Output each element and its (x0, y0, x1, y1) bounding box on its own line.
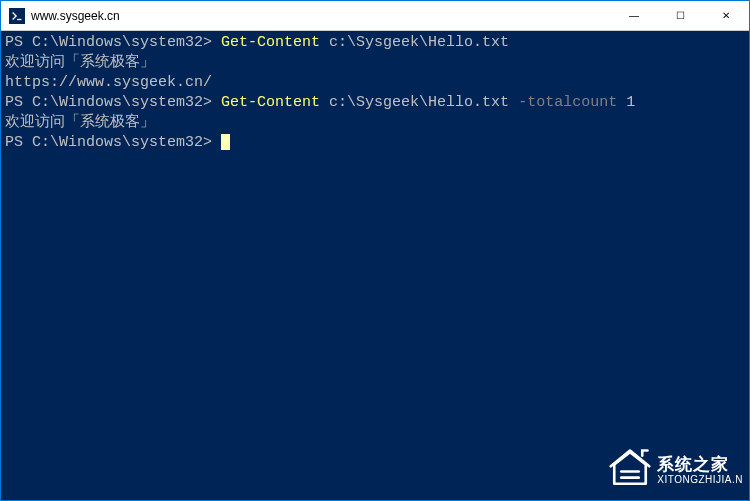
window-controls: — ☐ ✕ (611, 1, 749, 30)
terminal-line: PS C:\Windows\system32> (5, 133, 745, 153)
terminal-body[interactable]: PS C:\Windows\system32> Get-Content c:\S… (1, 31, 749, 500)
prompt: PS C:\Windows\system32> (5, 34, 221, 51)
parameter: -totalcount (518, 94, 617, 111)
powershell-window: www.sysgeek.cn — ☐ ✕ PS C:\Windows\syste… (0, 0, 750, 501)
house-icon (609, 447, 651, 494)
close-button[interactable]: ✕ (703, 1, 749, 30)
cmdlet: Get-Content (221, 94, 320, 111)
maximize-button[interactable]: ☐ (657, 1, 703, 30)
cmdlet: Get-Content (221, 34, 320, 51)
watermark-url: XITONGZHIJIA.N (657, 474, 743, 485)
prompt: PS C:\Windows\system32> (5, 134, 221, 151)
watermark-name: 系统之家 (657, 456, 743, 475)
prompt: PS C:\Windows\system32> (5, 94, 221, 111)
terminal-line: PS C:\Windows\system32> Get-Content c:\S… (5, 33, 745, 53)
titlebar[interactable]: www.sysgeek.cn — ☐ ✕ (1, 1, 749, 31)
powershell-icon (9, 8, 25, 24)
terminal-output: https://www.sysgeek.cn/ (5, 73, 745, 93)
argument: c:\Sysgeek\Hello.txt (329, 34, 509, 51)
watermark-text: 系统之家 XITONGZHIJIA.N (657, 456, 743, 486)
cursor (221, 134, 230, 150)
watermark: 系统之家 XITONGZHIJIA.N (609, 447, 743, 494)
argument: c:\Sysgeek\Hello.txt (329, 94, 509, 111)
terminal-output: 欢迎访问「系统极客」 (5, 53, 745, 73)
terminal-line: PS C:\Windows\system32> Get-Content c:\S… (5, 93, 745, 113)
minimize-button[interactable]: — (611, 1, 657, 30)
terminal-output: 欢迎访问「系统极客」 (5, 113, 745, 133)
window-title: www.sysgeek.cn (31, 9, 611, 23)
argument: 1 (626, 94, 635, 111)
